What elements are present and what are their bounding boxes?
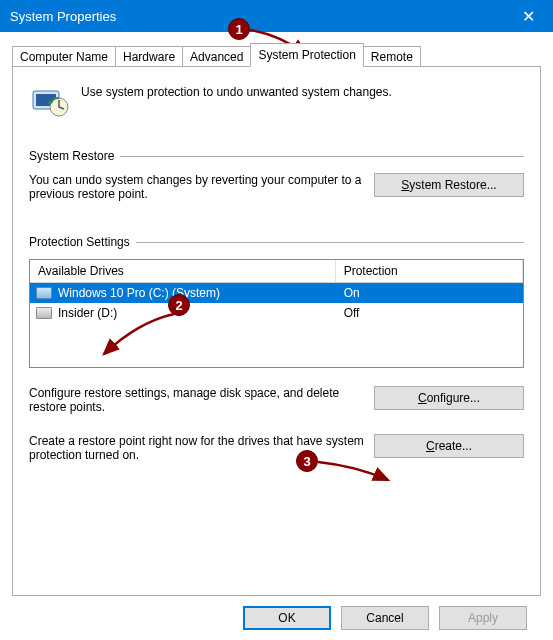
tab-computer-name[interactable]: Computer Name — [12, 46, 116, 67]
system-restore-button[interactable]: System Restore... — [374, 173, 524, 197]
intro-text: Use system protection to undo unwanted s… — [81, 81, 392, 99]
divider — [120, 156, 524, 157]
protection-settings-heading: Protection Settings — [29, 235, 130, 249]
tab-system-protection[interactable]: System Protection — [250, 43, 363, 67]
column-drives: Available Drives — [30, 260, 336, 282]
tab-hardware[interactable]: Hardware — [115, 46, 183, 67]
system-protection-icon — [29, 81, 69, 121]
drive-name: Windows 10 Pro (C:) (System) — [58, 286, 220, 300]
tab-panel-system-protection: Use system protection to undo unwanted s… — [12, 66, 541, 596]
divider — [136, 242, 524, 243]
tabstrip: Computer Name Hardware Advanced System P… — [12, 42, 541, 66]
create-text: Create a restore point right now for the… — [29, 434, 364, 462]
list-item[interactable]: Windows 10 Pro (C:) (System) On — [30, 283, 523, 303]
close-icon[interactable]: ✕ — [514, 7, 543, 26]
drive-icon — [36, 287, 52, 299]
list-header: Available Drives Protection — [30, 260, 523, 283]
drive-protection: Off — [336, 306, 523, 320]
cancel-button[interactable]: Cancel — [341, 606, 429, 630]
system-restore-heading: System Restore — [29, 149, 114, 163]
window-title: System Properties — [10, 9, 116, 24]
apply-button[interactable]: Apply — [439, 606, 527, 630]
configure-text: Configure restore settings, manage disk … — [29, 386, 364, 414]
configure-button[interactable]: Configure... — [374, 386, 524, 410]
drive-protection: On — [336, 286, 523, 300]
tab-remote[interactable]: Remote — [363, 46, 421, 67]
create-button[interactable]: Create... — [374, 434, 524, 458]
column-protection: Protection — [336, 260, 523, 282]
drive-icon — [36, 307, 52, 319]
tab-advanced[interactable]: Advanced — [182, 46, 251, 67]
ok-button[interactable]: OK — [243, 606, 331, 630]
system-restore-text: You can undo system changes by reverting… — [29, 173, 364, 201]
